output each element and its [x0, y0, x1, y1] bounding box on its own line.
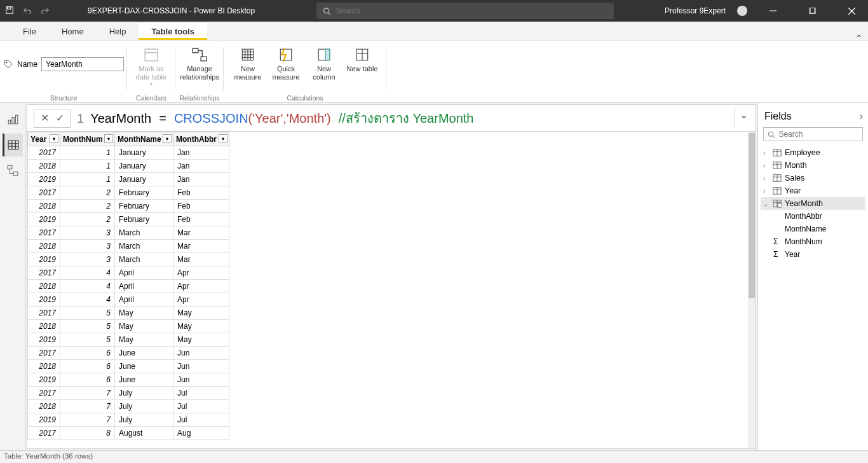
- cell-monthabbr[interactable]: Jul: [173, 387, 229, 400]
- tab-file[interactable]: File: [10, 23, 49, 40]
- undo-icon[interactable]: [23, 6, 32, 17]
- cell-monthabbr[interactable]: Feb: [173, 186, 229, 200]
- cell-monthnum[interactable]: 6: [60, 347, 115, 360]
- cell-monthname[interactable]: April: [115, 293, 173, 307]
- collapse-ribbon-icon[interactable]: ⌃: [855, 33, 863, 43]
- cell-monthnum[interactable]: 2: [60, 186, 115, 200]
- field-table-yearmonth[interactable]: ⌄ YearMonth: [761, 197, 865, 210]
- cell-year[interactable]: 2018: [28, 240, 60, 253]
- cell-monthnum[interactable]: 5: [60, 307, 115, 320]
- cell-monthname[interactable]: March: [115, 226, 173, 240]
- cell-year[interactable]: 2018: [28, 160, 60, 173]
- cell-monthname[interactable]: July: [115, 413, 173, 427]
- chevron-right-icon[interactable]: ›: [860, 111, 863, 122]
- chevron-right-icon[interactable]: ›: [763, 188, 770, 195]
- fields-search[interactable]: [763, 127, 863, 141]
- cell-year[interactable]: 2019: [28, 333, 60, 347]
- commit-formula-icon[interactable]: ✓: [53, 112, 66, 125]
- cell-monthabbr[interactable]: Jun: [173, 347, 229, 360]
- cell-monthname[interactable]: February: [115, 200, 173, 213]
- field-column-year[interactable]: ΣYear: [761, 248, 865, 261]
- quick-measure-button[interactable]: Quick measure: [268, 43, 304, 84]
- new-measure-button[interactable]: New measure: [230, 43, 266, 84]
- cell-monthnum[interactable]: 1: [60, 160, 115, 173]
- cell-monthname[interactable]: July: [115, 400, 173, 413]
- cell-monthabbr[interactable]: Jun: [173, 360, 229, 373]
- table-row[interactable]: 2018 2 February Feb: [28, 200, 229, 213]
- cell-monthabbr[interactable]: Mar: [173, 240, 229, 253]
- cell-monthnum[interactable]: 7: [60, 387, 115, 400]
- field-column-monthabbr[interactable]: MonthAbbr: [761, 210, 865, 223]
- chevron-right-icon[interactable]: ›: [763, 149, 770, 156]
- cell-monthnum[interactable]: 5: [60, 320, 115, 333]
- chevron-right-icon[interactable]: ›: [763, 162, 770, 169]
- cell-monthnum[interactable]: 3: [60, 253, 115, 266]
- chevron-down-icon[interactable]: ▾: [219, 134, 227, 143]
- vertical-scrollbar[interactable]: [748, 132, 756, 448]
- cell-monthname[interactable]: June: [115, 360, 173, 373]
- field-table-month[interactable]: › Month: [761, 159, 865, 172]
- table-row[interactable]: 2019 5 May May: [28, 333, 229, 347]
- cell-monthnum[interactable]: 4: [60, 280, 115, 293]
- field-table-year[interactable]: › Year: [761, 184, 865, 197]
- cell-monthname[interactable]: May: [115, 320, 173, 333]
- cell-monthnum[interactable]: 4: [60, 293, 115, 307]
- expand-formula-icon[interactable]: ⌄: [734, 107, 753, 128]
- cell-monthabbr[interactable]: Apr: [173, 280, 229, 293]
- cell-year[interactable]: 2017: [28, 266, 60, 280]
- chevron-down-icon[interactable]: ▾: [104, 134, 113, 143]
- table-row[interactable]: 2019 4 April Apr: [28, 293, 229, 307]
- table-row[interactable]: 2017 3 March Mar: [28, 226, 229, 240]
- cell-monthname[interactable]: June: [115, 347, 173, 360]
- cell-year[interactable]: 2018: [28, 400, 60, 413]
- cell-monthname[interactable]: February: [115, 186, 173, 200]
- table-row[interactable]: 2017 5 May May: [28, 307, 229, 320]
- cell-monthnum[interactable]: 6: [60, 373, 115, 387]
- close-button[interactable]: [837, 0, 865, 22]
- table-row[interactable]: 2017 6 June Jun: [28, 347, 229, 360]
- cell-monthabbr[interactable]: Jul: [173, 413, 229, 427]
- cell-monthnum[interactable]: 2: [60, 213, 115, 226]
- cell-monthnum[interactable]: 7: [60, 413, 115, 427]
- manage-relationships-button[interactable]: Manage relationships: [182, 43, 217, 84]
- col-header-monthabbr[interactable]: MonthAbbr▾: [173, 132, 229, 146]
- cell-monthabbr[interactable]: Jul: [173, 400, 229, 413]
- mark-as-date-table-button[interactable]: Mark as date table ▾: [133, 43, 169, 90]
- formula-text[interactable]: 1YearMonth = CROSSJOIN('Year','Month') /…: [74, 108, 734, 128]
- cell-monthnum[interactable]: 5: [60, 333, 115, 347]
- report-view-button[interactable]: [3, 108, 23, 131]
- cell-monthabbr[interactable]: Apr: [173, 266, 229, 280]
- table-row[interactable]: 2018 3 March Mar: [28, 240, 229, 253]
- table-row[interactable]: 2018 5 May May: [28, 320, 229, 333]
- cell-monthabbr[interactable]: Mar: [173, 253, 229, 266]
- cell-year[interactable]: 2017: [28, 307, 60, 320]
- cell-monthabbr[interactable]: Feb: [173, 200, 229, 213]
- table-row[interactable]: 2019 2 February Feb: [28, 213, 229, 226]
- cell-monthabbr[interactable]: Mar: [173, 226, 229, 240]
- cell-year[interactable]: 2018: [28, 200, 60, 213]
- cell-monthnum[interactable]: 2: [60, 200, 115, 213]
- field-table-employee[interactable]: › Employee: [761, 146, 865, 159]
- table-row[interactable]: 2019 6 June Jun: [28, 373, 229, 387]
- cell-year[interactable]: 2017: [28, 186, 60, 200]
- formula-bar[interactable]: ✕ ✓ 1YearMonth = CROSSJOIN('Year','Month…: [27, 105, 756, 132]
- new-table-button[interactable]: New table: [344, 43, 380, 76]
- table-row[interactable]: 2017 2 February Feb: [28, 186, 229, 200]
- tab-home[interactable]: Home: [49, 23, 97, 40]
- cell-year[interactable]: 2018: [28, 360, 60, 373]
- cell-monthname[interactable]: January: [115, 173, 173, 186]
- cell-monthname[interactable]: January: [115, 146, 173, 160]
- table-row[interactable]: 2019 1 January Jan: [28, 173, 229, 186]
- redo-icon[interactable]: [41, 6, 50, 17]
- maximize-button[interactable]: [798, 0, 826, 22]
- col-header-monthname[interactable]: MonthName▾: [115, 132, 173, 146]
- new-column-button[interactable]: New column: [306, 43, 342, 84]
- cell-monthnum[interactable]: 8: [60, 427, 115, 440]
- cell-monthname[interactable]: April: [115, 280, 173, 293]
- cell-monthabbr[interactable]: Jan: [173, 160, 229, 173]
- field-column-monthname[interactable]: MonthName: [761, 223, 865, 235]
- cell-monthname[interactable]: May: [115, 333, 173, 347]
- cell-monthnum[interactable]: 6: [60, 360, 115, 373]
- cell-year[interactable]: 2017: [28, 146, 60, 160]
- global-search[interactable]: [316, 3, 614, 19]
